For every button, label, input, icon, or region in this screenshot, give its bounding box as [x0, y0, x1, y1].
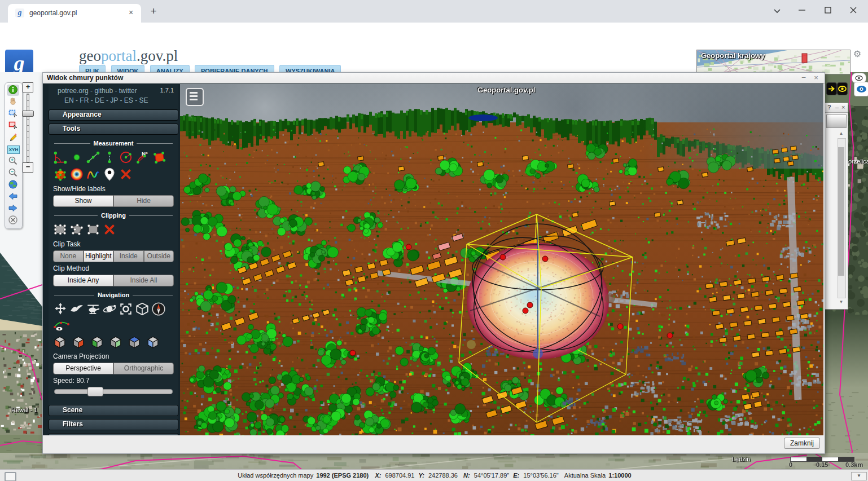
distance-measurement-icon[interactable]	[86, 150, 100, 165]
panel-close-icon[interactable]: ×	[841, 104, 845, 111]
camera-animation-icon[interactable]	[53, 319, 70, 333]
camera-projection-label: Camera Projection	[49, 350, 178, 361]
helicopter-controls-icon[interactable]	[86, 302, 100, 316]
profile-donut-icon[interactable]	[69, 167, 84, 182]
potree-org-link[interactable]: potree.org	[58, 87, 89, 95]
new-tab-button[interactable]: +	[148, 6, 159, 17]
projection-orthographic[interactable]: Orthographic	[113, 363, 174, 374]
separator: -	[89, 96, 95, 104]
point-measurement-icon[interactable]	[69, 150, 84, 165]
draw-pencil-icon[interactable]	[7, 132, 19, 143]
projection-perspective[interactable]: Perspective	[53, 363, 113, 374]
speed-slider[interactable]	[54, 389, 173, 394]
panel-minimize-icon[interactable]: –	[835, 104, 839, 111]
clip-method-inside-any[interactable]: Inside Any	[53, 275, 113, 286]
map-zoom-slider[interactable]	[27, 94, 29, 162]
close-dialog-button[interactable]: Zamknij	[784, 438, 820, 449]
view-left-cube-icon[interactable]	[53, 336, 67, 349]
view-right-cube-icon[interactable]	[72, 336, 85, 349]
map-zoom-out-button[interactable]: −	[23, 162, 33, 173]
select-rectangle-blue-icon[interactable]	[7, 108, 19, 120]
map-zoom-in-button[interactable]: +	[23, 82, 33, 92]
twitter-link[interactable]: twitter	[119, 87, 137, 95]
overview-map-toggle-icon[interactable]	[5, 472, 16, 481]
clip-task-outside[interactable]: Outside	[144, 250, 174, 262]
zoom-out-icon[interactable]	[7, 167, 19, 179]
circle-measurement-icon[interactable]	[119, 150, 133, 165]
remove-all-clips-icon[interactable]	[102, 222, 117, 237]
earth-controls-icon[interactable]	[53, 302, 68, 316]
scroll-up-icon[interactable]: ▲	[838, 130, 845, 137]
clip-task-highlight[interactable]: Highlight	[84, 250, 114, 262]
azimuth-measurement-icon[interactable]: N°	[135, 150, 150, 165]
annotation-icon[interactable]	[102, 167, 117, 182]
orbit-controls-icon[interactable]	[102, 302, 117, 316]
screen-clip-icon[interactable]	[86, 222, 100, 237]
view-front-cube-icon[interactable]	[90, 336, 104, 349]
volume-clip-icon[interactable]	[53, 222, 68, 237]
identify-info-icon[interactable]	[7, 85, 19, 96]
compass-icon[interactable]	[151, 302, 166, 316]
background-cube-icon[interactable]	[135, 302, 150, 316]
hide-labels-button[interactable]: Hide	[113, 195, 174, 207]
lang-en[interactable]: EN	[64, 96, 74, 104]
select-rectangle-red-icon[interactable]	[7, 120, 19, 131]
coordinates-xyh-icon[interactable]: XYH	[7, 144, 19, 155]
polygon-clip-icon[interactable]	[69, 222, 84, 237]
dialog-titlebar[interactable]: Widok chmury punktów – ×	[43, 73, 825, 84]
lang-de[interactable]: DE	[95, 96, 104, 104]
sidebar-toggle-hamburger-icon[interactable]	[186, 88, 204, 106]
dialog-close-icon[interactable]: ×	[811, 74, 821, 82]
visibility-blue-eye-button[interactable]	[854, 82, 868, 96]
fly-controls-icon[interactable]	[69, 302, 84, 316]
speed-slider-handle[interactable]	[87, 387, 103, 396]
dialog-minimize-icon[interactable]: –	[799, 74, 809, 82]
window-close-icon[interactable]	[845, 3, 862, 18]
accordion-filters[interactable]: Filters	[49, 419, 178, 430]
height-measurement-icon[interactable]	[102, 150, 117, 165]
previous-view-icon[interactable]	[7, 191, 19, 202]
github-link[interactable]: github	[94, 87, 113, 95]
view-top-cube-icon[interactable]	[128, 336, 141, 349]
help-icon[interactable]: ?	[827, 104, 831, 111]
gear-icon[interactable]: ⚙	[851, 48, 863, 60]
next-view-icon[interactable]	[7, 203, 19, 214]
remove-all-measurements-icon[interactable]	[119, 167, 133, 182]
view-bottom-cube-icon[interactable]	[146, 336, 160, 349]
clear-selection-icon[interactable]	[7, 215, 19, 226]
lang-fr[interactable]: FR	[80, 96, 89, 104]
map-zoom-slider-handle[interactable]	[22, 111, 34, 117]
show-eye-button[interactable]	[837, 82, 848, 95]
lang-es[interactable]: ES	[124, 96, 133, 104]
tab-search-chevron-icon[interactable]	[769, 3, 786, 18]
volume-measurement-icon[interactable]	[53, 167, 68, 182]
area-measurement-icon[interactable]	[151, 150, 166, 165]
lang-jp[interactable]: JP	[110, 96, 118, 104]
accordion-scene[interactable]: Scene	[49, 405, 178, 416]
pan-hand-icon[interactable]	[7, 96, 19, 108]
browser-tab[interactable]: g geoportal.gov.pl ×	[8, 4, 141, 23]
focus-icon[interactable]	[119, 302, 133, 316]
clip-task-none[interactable]: None	[53, 250, 84, 262]
tab-close-icon[interactable]: ×	[126, 8, 135, 17]
zoom-in-icon[interactable]	[7, 156, 19, 167]
angle-measurement-icon[interactable]	[53, 150, 68, 165]
window-maximize-icon[interactable]	[819, 3, 836, 18]
window-minimize-icon[interactable]	[794, 3, 810, 18]
highlight-arrow-button[interactable]	[826, 82, 837, 95]
statusbar-collapse-icon[interactable]: ▼	[851, 472, 867, 480]
clip-method-inside-all[interactable]: Inside All	[113, 275, 174, 286]
clip-task-inside[interactable]: Inside	[113, 250, 144, 262]
point-cloud-canvas[interactable]	[180, 84, 823, 435]
lang-se[interactable]: SE	[139, 96, 148, 104]
accordion-tools[interactable]: Tools	[49, 123, 178, 135]
accordion-appearance[interactable]: Appearance	[49, 109, 178, 121]
speed-value: 80.7	[76, 377, 89, 385]
panel-dropdown[interactable]	[826, 114, 847, 128]
full-extent-globe-icon[interactable]	[7, 179, 19, 191]
height-profile-icon[interactable]	[86, 167, 100, 182]
show-labels-button[interactable]: Show	[53, 195, 113, 207]
scroll-down-icon[interactable]: ▼	[838, 299, 845, 306]
panel-scrollbar-thumb[interactable]	[838, 147, 844, 276]
view-back-cube-icon[interactable]	[109, 336, 122, 349]
